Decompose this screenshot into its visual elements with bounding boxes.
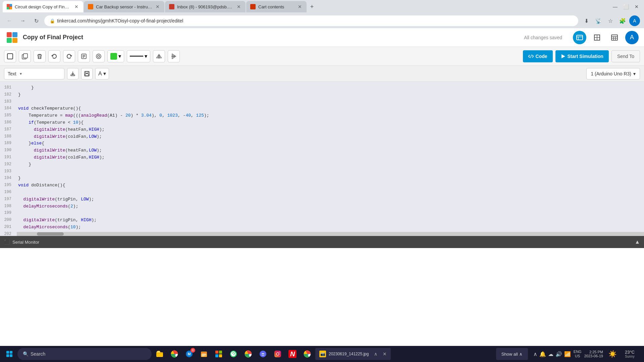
mirror-v-button[interactable] <box>168 50 180 62</box>
start-simulation-button[interactable]: Start Simulation <box>555 50 609 62</box>
tab-4-close[interactable]: ✕ <box>297 3 303 10</box>
line-num-188: 188 <box>0 133 14 140</box>
copy-button[interactable] <box>19 50 31 62</box>
back-button[interactable]: ← <box>4 15 15 26</box>
close-window-button[interactable]: ✕ <box>632 2 641 11</box>
code-line-196 <box>18 189 641 196</box>
bookmark-button[interactable]: ☆ <box>605 15 616 26</box>
taskbar-messaging[interactable]: M 8 <box>182 347 196 361</box>
code-line-191: digitalWrite(coldFan,HIGH); <box>18 154 641 161</box>
line-num-189: 189 <box>0 140 14 147</box>
undo-button[interactable] <box>48 50 60 62</box>
clock[interactable]: 2:25 PM 2023-06-19 <box>584 350 603 358</box>
weather-widget[interactable]: ☀️ <box>606 350 620 358</box>
taskbar-chrome[interactable] <box>168 347 181 361</box>
table-view-button[interactable] <box>608 31 621 44</box>
download-button[interactable]: ⬇ <box>581 15 592 26</box>
tab-3-close[interactable]: ✕ <box>236 3 241 10</box>
svg-marker-26 <box>172 54 175 56</box>
tab-2[interactable]: Car Backup sensor - Instructabl... ✕ <box>84 1 164 12</box>
mirror-h-button[interactable] <box>153 50 165 62</box>
save-code-button[interactable] <box>81 68 93 79</box>
tray-show-hidden[interactable]: ∧ <box>533 351 537 357</box>
scrollbar-thumb[interactable] <box>37 232 64 236</box>
svg-rect-31 <box>71 75 75 76</box>
layout-view-button[interactable] <box>590 31 604 44</box>
maximize-button[interactable]: ⬜ <box>621 2 631 11</box>
taskbar-instagram[interactable] <box>271 347 284 361</box>
serial-monitor-bar[interactable]: ⬛ Serial Monitor ▲ <box>0 236 644 248</box>
address-actions: ⬇ 📡 ☆ 🧩 A <box>581 15 640 26</box>
new-tab-button[interactable]: + <box>307 2 317 11</box>
taskbar-chrome3[interactable] <box>301 347 314 361</box>
tab-4[interactable]: Cart contents ✕ <box>246 1 307 12</box>
tab-2-close[interactable]: ✕ <box>155 3 160 10</box>
tab-1-favicon <box>7 4 12 9</box>
taskbar-chrome2[interactable] <box>241 347 255 361</box>
code-editor[interactable]: 1811821831841851861871881891901911921931… <box>0 82 644 236</box>
component-button[interactable] <box>93 50 105 62</box>
address-input[interactable]: 🔒 tinkercad.com/things/jgmhKTOisyl-copy-… <box>44 15 578 26</box>
simulate-button-label: Start Simulation <box>568 54 603 59</box>
new-button[interactable] <box>4 50 16 62</box>
code-button[interactable]: Code <box>523 50 553 62</box>
notes-button[interactable] <box>78 50 90 62</box>
svg-rect-45 <box>215 351 218 354</box>
system-tray: ∧ 🔔 ☁ 🔊 📶 ENG US 2:25 PM 2023-06-19 ☀️ 2… <box>529 350 641 358</box>
taskbar-discord[interactable] <box>256 347 270 361</box>
language-indicator[interactable]: ENG US <box>574 350 582 358</box>
taskbar-search-bar[interactable]: 🔍 Search <box>17 348 152 360</box>
forward-button[interactable]: → <box>17 15 28 26</box>
serial-expand-button[interactable]: ▲ <box>635 239 640 245</box>
taskbar-download-file[interactable]: 📷 20230619_141225.jpg ∧ ✕ <box>315 348 391 360</box>
taskbar-file-explorer[interactable] <box>153 347 166 361</box>
svg-rect-9 <box>611 35 618 40</box>
line-num-192: 192 <box>0 161 14 168</box>
line-num-181: 181 <box>0 84 14 92</box>
delete-button[interactable] <box>34 50 46 62</box>
taskbar-netflix[interactable]: N <box>286 347 299 361</box>
schematic-view-button[interactable] <box>573 31 586 44</box>
tab-2-title: Car Backup sensor - Instructabl... <box>96 4 152 9</box>
cast-button[interactable]: 📡 <box>593 15 604 26</box>
tab-3[interactable]: Inbox (8) - 906193@pdsb.net - ... ✕ <box>165 1 246 12</box>
profile-button[interactable]: A <box>629 15 640 26</box>
extensions-button[interactable]: 🧩 <box>617 15 628 26</box>
reload-button[interactable]: ↻ <box>31 15 42 26</box>
file-thumbnail-icon: 📷 <box>319 351 326 357</box>
show-all-button[interactable]: Show all ∧ <box>496 348 528 360</box>
send-button-label: Send To <box>617 54 634 59</box>
horizontal-scrollbar[interactable] <box>17 232 644 236</box>
send-to-button[interactable]: Send To <box>611 50 640 62</box>
taskbar-whatsapp[interactable] <box>227 347 240 361</box>
svg-rect-16 <box>23 54 28 58</box>
serial-monitor-label: Serial Monitor <box>12 240 39 245</box>
code-lines: 1811821831841851861871881891901911921931… <box>0 82 644 236</box>
line-numbers: 1811821831841851861871881891901911921931… <box>0 82 17 236</box>
download-code-button[interactable] <box>67 68 78 79</box>
tab-1[interactable]: Circuit design Copy of Final Pro... ✕ <box>3 1 83 12</box>
arduino-board-select[interactable]: 1 (Arduino Uno R3) ▾ <box>586 68 640 79</box>
redo-button[interactable] <box>63 50 75 62</box>
tray-notification[interactable]: 🔔 <box>539 351 546 357</box>
taskbar-search-icon: 🔍 <box>23 351 29 357</box>
font-size-button[interactable]: A ▾ <box>95 68 109 79</box>
line-style-button[interactable]: ▾ <box>127 50 150 62</box>
color-picker-button[interactable]: ▾ <box>107 50 124 62</box>
minimize-button[interactable]: — <box>610 2 620 11</box>
line-num-186: 186 <box>0 119 14 126</box>
user-avatar[interactable]: A <box>625 31 639 44</box>
tab-1-close[interactable]: ✕ <box>74 3 79 10</box>
file-item-dismiss[interactable]: ✕ <box>383 351 387 357</box>
file-item-close[interactable]: ∧ <box>374 351 377 357</box>
taskbar-files[interactable] <box>197 347 211 361</box>
tray-cloud[interactable]: ☁ <box>548 351 553 357</box>
tray-wifi[interactable]: 📶 <box>564 351 571 357</box>
taskbar-windows[interactable] <box>212 347 225 361</box>
svg-rect-48 <box>219 354 222 357</box>
code-mode-dropdown[interactable]: Text ▾ <box>4 68 64 79</box>
svg-rect-46 <box>219 351 222 354</box>
windows-start-button[interactable] <box>3 347 16 361</box>
tray-volume[interactable]: 🔊 <box>555 351 562 357</box>
code-line-199 <box>18 210 641 217</box>
